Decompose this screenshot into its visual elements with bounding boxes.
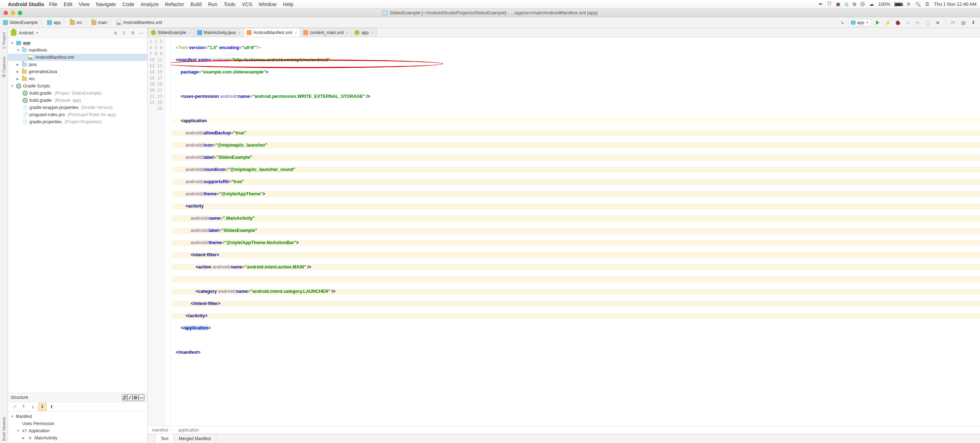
tree-app[interactable]: ▼app [8, 40, 147, 47]
scroll-from-source-button[interactable]: ⊕ [112, 30, 119, 36]
sync-button[interactable]: ⟳ [949, 19, 957, 27]
structure-sort-button[interactable]: ⇵ [122, 394, 127, 401]
crumb-file[interactable]: AndroidManifest.xml [116, 20, 162, 25]
cloud-icon[interactable]: ☁︎ [869, 2, 874, 7]
menu-window[interactable]: Window [259, 2, 277, 7]
tab-merged-manifest[interactable]: Merged Manifest [174, 434, 216, 443]
struct-uses-permission[interactable]: Uses Permission [8, 420, 147, 427]
menu-file[interactable]: File [49, 2, 57, 7]
close-icon[interactable]: × [189, 30, 191, 35]
tree-manifests[interactable]: ▼manifests [8, 47, 147, 54]
tree-gradle-props[interactable]: 📄gradle.properties(Project Properties) [8, 118, 147, 125]
tree-build-gradle-project[interactable]: build.gradle(Project: SlidesExample) [8, 90, 147, 97]
menu-run[interactable]: Run [208, 2, 217, 7]
structure-expand-button[interactable]: ⤢ [127, 394, 133, 401]
wifi-icon[interactable]: ⚞ [907, 2, 911, 7]
editor-tab-0[interactable]: SlidesExample× [148, 28, 194, 37]
make-button[interactable]: ↘ [838, 19, 846, 27]
tool-build-variants[interactable]: Build Variants [2, 415, 6, 443]
menu-help[interactable]: Help [283, 2, 293, 7]
crumb-project[interactable]: SlidesExample [3, 20, 38, 25]
debug-button[interactable]: 🐞 [894, 19, 902, 27]
code-area[interactable]: <?xml version="1.0" encoding="utf-8"?> <… [170, 37, 980, 426]
menu-tools[interactable]: Tools [224, 2, 235, 7]
crumb-src[interactable]: src [70, 20, 82, 25]
zoom-window-button[interactable] [18, 11, 22, 15]
tab-label: SlidesExample [158, 30, 186, 35]
app-name[interactable]: Android Studio [8, 2, 44, 7]
editor-tab-2[interactable]: AndroidManifest.xml× [243, 28, 301, 37]
menu-analyze[interactable]: Analyze [141, 2, 159, 7]
battery-icon[interactable] [894, 3, 902, 6]
close-icon[interactable]: × [238, 30, 240, 35]
tool-captures[interactable]: ⦿ Captures [2, 54, 6, 80]
crumb-app[interactable]: app [47, 20, 60, 25]
screens-icon[interactable]: ⧉ [853, 2, 856, 7]
structure-settings-button[interactable]: ⚙ [133, 394, 138, 401]
attach-debugger-button[interactable]: ⎋ [914, 19, 921, 27]
toolbox-icon[interactable]: ▣ [836, 2, 840, 7]
menu-vcs[interactable]: VCS [242, 2, 252, 7]
avd-button[interactable]: ▢ [924, 19, 932, 27]
close-icon[interactable]: × [346, 30, 348, 35]
tool-project[interactable]: 1: Project [2, 30, 6, 51]
hide-button[interactable]: — [138, 30, 145, 36]
settings-button[interactable]: ⚙ [129, 30, 136, 36]
battery-percent[interactable]: 100% [878, 2, 890, 7]
editor-tab-3[interactable]: content_main.xml× [300, 28, 352, 37]
editor-crumb-application[interactable]: application [178, 427, 199, 433]
expand-button[interactable]: ⤒ [19, 403, 28, 411]
menu-view[interactable]: View [79, 2, 90, 7]
tree-wrapper-props[interactable]: 📄gradle-wrapper.properties(Gradle Versio… [8, 104, 147, 111]
editor-body[interactable]: 1 2 3 4 5 6 7 8 9 10 11 12 13 14 15 16 1… [148, 37, 980, 426]
menu-refactor[interactable]: Refactor [165, 2, 184, 7]
tree-proguard[interactable]: 📄proguard-rules.pro(ProGuard Rules for a… [8, 111, 147, 118]
download-button[interactable]: ⬇ [969, 19, 977, 27]
project-view-label[interactable]: Android [19, 30, 33, 35]
teamviewer-icon[interactable]: ◎ [845, 2, 848, 7]
tree-manifest-file[interactable]: AndroidManifest.xml [8, 54, 147, 61]
run-button[interactable] [873, 19, 881, 27]
skype-icon[interactable]: Ⓢ [860, 1, 865, 8]
clock[interactable]: Thu 1 Nov 12:40 AM [934, 2, 977, 7]
sdk-button[interactable]: ▦ [959, 19, 967, 27]
collapse-all-button[interactable]: ⇕ [121, 30, 127, 36]
editor-tab-1[interactable]: MainActivity.java× [194, 28, 244, 37]
autoscroll-to-source-button[interactable]: ⬇ [38, 403, 46, 411]
tree-res[interactable]: ▶res [8, 75, 147, 83]
run-config-selector[interactable]: app ▼ [848, 19, 872, 26]
tab-text[interactable]: Text [156, 434, 174, 443]
editor-crumb-manifest[interactable]: manifest [152, 427, 168, 433]
sort-alpha-button[interactable]: ↓ᵃ [10, 403, 19, 411]
menu-navigate[interactable]: Navigate [96, 2, 116, 7]
macos-menubar: Android Studio File Edit View Navigate C… [0, 0, 980, 9]
struct-manifest[interactable]: ▼Manifest [8, 413, 147, 420]
autoscroll-from-source-button[interactable]: ⬆ [47, 403, 56, 411]
spotlight-icon[interactable]: 🔍 [915, 2, 921, 7]
minimize-window-button[interactable] [11, 11, 15, 15]
struct-application[interactable]: ▼🏷Application [8, 427, 147, 434]
structure-hide-button[interactable]: — [138, 394, 145, 401]
shield-icon[interactable]: ⛉ [827, 2, 832, 7]
tree-build-gradle-module[interactable]: build.gradle(Module: app) [8, 97, 147, 104]
crumb-main[interactable]: main [91, 20, 107, 25]
tree-java[interactable]: ▶java [8, 61, 147, 68]
struct-main-activity[interactable]: ▶≡MainActivity [8, 434, 147, 441]
collapse-button[interactable]: ⤓ [29, 403, 37, 411]
tree-gradle-scripts[interactable]: ▼Gradle Scripts [8, 83, 147, 90]
close-icon[interactable]: × [294, 30, 297, 35]
tree-generated-java[interactable]: ▶generatedJava [8, 68, 147, 75]
profile-button[interactable]: ⟐ [904, 19, 912, 27]
editor-tab-4[interactable]: app× [351, 28, 376, 37]
apply-changes-button[interactable]: ⚡ [884, 19, 891, 27]
stop-button[interactable]: ■ [934, 19, 942, 27]
close-icon[interactable]: × [371, 30, 373, 35]
chevron-down-icon[interactable]: ▼ [35, 31, 39, 35]
window-title: SlidesExample [~/AndroidStudioProjects/S… [390, 10, 598, 16]
menu-code[interactable]: Code [122, 2, 134, 7]
menu-edit[interactable]: Edit [64, 2, 72, 7]
menu-extras-icon[interactable]: ☰ [925, 2, 929, 7]
menu-build[interactable]: Build [190, 2, 202, 7]
close-window-button[interactable] [3, 11, 8, 15]
quill-icon[interactable]: ✒︎ [819, 2, 822, 7]
